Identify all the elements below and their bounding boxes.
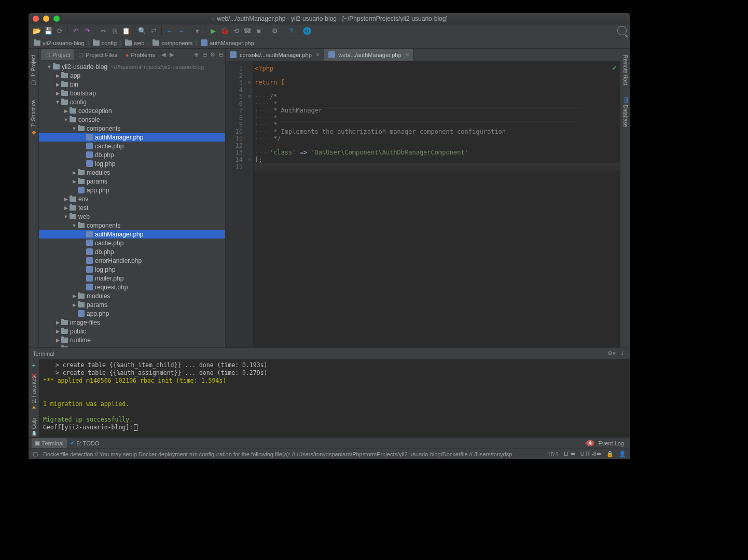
tree-node[interactable]: ▶modules [39, 291, 225, 300]
redo-button[interactable]: ↷ [82, 25, 92, 36]
tree-node[interactable]: ▶params [39, 300, 225, 309]
terminal-output[interactable]: > create table {{%auth_item_child}} ... … [39, 359, 630, 437]
help-button[interactable]: ? [286, 25, 296, 36]
chevron-right-icon[interactable]: ▶ [63, 205, 69, 211]
tree-node[interactable]: ▼components [39, 221, 225, 230]
tree-node[interactable]: ▶test [39, 203, 225, 212]
breadcrumb-segment[interactable]: authManager.php [199, 38, 256, 47]
chevron-right-icon[interactable]: ▶ [54, 338, 61, 343]
breadcrumb-segment[interactable]: config [91, 39, 119, 47]
tree-node[interactable]: authManager.php [39, 133, 225, 142]
tree-node[interactable]: ▶params [39, 177, 225, 186]
tree-node[interactable]: ▶modules [39, 168, 225, 177]
tree-node[interactable]: log.php [39, 159, 225, 168]
terminal-new-button[interactable]: + [32, 361, 36, 369]
editor-body[interactable]: 123456789101112131415 ⊟⊟⊡ ✔ <?php return… [226, 61, 620, 347]
copy-button[interactable]: ⎘ [109, 25, 120, 36]
scroll-right-button[interactable]: ▶ [168, 51, 176, 59]
chevron-right-icon[interactable]: ▶ [71, 302, 77, 307]
tree-node[interactable]: ▶codeception [39, 106, 225, 115]
chevron-right-icon[interactable]: ▶ [54, 329, 61, 334]
bottom-tab-todo[interactable]: ✔6: TODO [67, 438, 103, 448]
minimize-window-button[interactable] [43, 16, 49, 22]
rerun-button[interactable]: ⟲ [231, 25, 241, 36]
tree-node[interactable]: request.php [39, 283, 225, 291]
status-line-sep[interactable]: LF≑ [564, 451, 575, 457]
sidebar-tab-project[interactable]: ▢1: Project [30, 53, 37, 88]
chevron-right-icon[interactable]: ▶ [54, 320, 61, 325]
chevron-right-icon[interactable]: ▶ [54, 91, 61, 96]
tree-node[interactable]: ▼console [39, 115, 225, 124]
project-tab-project[interactable]: ▢Project [41, 49, 74, 60]
tree-node[interactable]: cache.php [39, 239, 225, 247]
collapse-button[interactable]: ⊟ [200, 51, 209, 59]
bottom-tab-eventlog[interactable]: 4Event Log [583, 439, 627, 448]
configure-button[interactable]: ⚙ [270, 25, 280, 36]
tree-node[interactable]: ▶public [39, 327, 225, 335]
tree-node[interactable]: ▶bootstrap [39, 89, 225, 97]
chevron-down-icon[interactable]: ▼ [46, 64, 52, 69]
status-hector-icon[interactable]: 👤 [619, 451, 626, 457]
terminal-hide-button[interactable]: ⤓ [618, 349, 626, 358]
sidebar-tab-gulp[interactable]: 🥤Gulp [31, 418, 37, 437]
tree-node[interactable]: cache.php [39, 142, 225, 150]
chevron-down-icon[interactable]: ▼ [71, 223, 77, 228]
tree-node[interactable]: ▼config [39, 97, 225, 106]
breadcrumb-segment[interactable]: components [150, 39, 195, 47]
debug-button[interactable]: 🐞 [219, 25, 230, 36]
chevron-down-icon[interactable]: ▼ [63, 214, 69, 219]
sync-button[interactable]: ⟳ [54, 25, 65, 36]
status-windows-icon[interactable]: ▢ [33, 451, 38, 457]
zoom-window-button[interactable] [53, 16, 60, 22]
undo-button[interactable]: ↶ [71, 25, 81, 36]
sidebar-tab-structure[interactable]: ◆7: Structure [30, 98, 37, 138]
run-config-button[interactable]: ▾ [192, 25, 202, 36]
run-button[interactable]: ▶ [208, 25, 218, 36]
chevron-right-icon[interactable]: ▶ [63, 197, 69, 202]
bottom-tab-terminal[interactable]: ▣Terminal [32, 438, 67, 448]
forward-button[interactable]: → [176, 25, 186, 36]
tree-node[interactable]: app.php [39, 186, 225, 194]
debug-listen-button[interactable]: ☎ [242, 25, 253, 36]
sidebar-tab-favorites[interactable]: ★2: Favorites [31, 376, 37, 411]
chevron-right-icon[interactable]: ▶ [71, 170, 77, 175]
editor-tab[interactable]: console/.../authManager.php× [226, 49, 324, 61]
chevron-right-icon[interactable]: ▶ [71, 179, 77, 184]
tree-node[interactable]: ▶bin [39, 80, 225, 89]
chevron-right-icon[interactable]: ▶ [54, 82, 61, 87]
status-position[interactable]: 15:1 [548, 451, 559, 457]
autoscroll-button[interactable]: ⊕ [192, 51, 200, 59]
editor-tab[interactable]: web/.../authManager.php× [324, 49, 414, 61]
tree-node[interactable]: db.php [39, 150, 225, 159]
paste-button[interactable]: 📋 [121, 25, 131, 36]
stop-button[interactable]: ■ [254, 25, 264, 36]
save-button[interactable]: 💾 [43, 25, 53, 36]
code-area[interactable]: ✔ <?php return [ ····/* ···· * _________… [253, 61, 620, 347]
tree-node[interactable]: ▶app [39, 71, 225, 80]
tree-node[interactable]: authManager.php [39, 230, 225, 239]
tree-node[interactable]: ▶env [39, 194, 225, 203]
find-button[interactable]: 🔍 [137, 25, 147, 36]
close-window-button[interactable] [33, 16, 39, 22]
chevron-down-icon[interactable]: ▼ [71, 126, 77, 131]
tree-node[interactable]: errorHandler.php [39, 256, 225, 265]
scroll-left-button[interactable]: ◀ [159, 51, 168, 59]
tree-node[interactable]: mailer.php [39, 274, 225, 283]
chevron-right-icon[interactable]: ▶ [54, 73, 61, 78]
tree-node[interactable]: ▼components [39, 124, 225, 133]
settings-button[interactable]: ⚙ [209, 51, 217, 59]
back-button[interactable]: ← [164, 25, 175, 36]
chevron-right-icon[interactable]: ▶ [63, 108, 69, 114]
tree-node[interactable]: ▼web [39, 212, 225, 221]
breadcrumb-segment[interactable]: yii2-usuario-blog [32, 39, 87, 47]
chevron-right-icon[interactable]: ▶ [71, 293, 77, 299]
cut-button[interactable]: ✂ [98, 25, 108, 36]
close-icon[interactable]: × [316, 51, 320, 59]
hide-button[interactable]: ⊟ [217, 51, 225, 59]
tree-node[interactable]: ▼yii2-usuario-blog~/PhpstormProjects/yii… [39, 62, 225, 71]
project-tree[interactable]: ▼yii2-usuario-blog~/PhpstormProjects/yii… [39, 61, 225, 347]
chevron-down-icon[interactable]: ▼ [63, 117, 69, 122]
tree-node[interactable]: ▶image-files [39, 318, 225, 327]
tree-node[interactable]: ▶runtime [39, 335, 225, 344]
tree-node[interactable]: log.php [39, 265, 225, 274]
